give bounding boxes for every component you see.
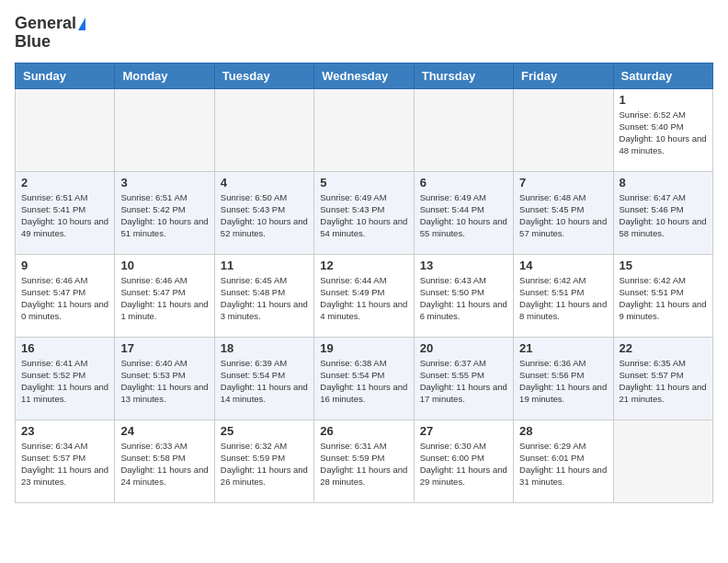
day-info: Sunrise: 6:39 AM Sunset: 5:54 PM Dayligh… bbox=[221, 357, 308, 406]
day-info: Sunrise: 6:51 AM Sunset: 5:42 PM Dayligh… bbox=[120, 191, 208, 240]
calendar-day-cell: 3Sunrise: 6:51 AM Sunset: 5:42 PM Daylig… bbox=[115, 171, 214, 254]
day-info: Sunrise: 6:36 AM Sunset: 5:56 PM Dayligh… bbox=[519, 357, 607, 406]
day-number: 22 bbox=[620, 341, 707, 355]
calendar-day-cell bbox=[514, 88, 613, 171]
day-number: 24 bbox=[120, 424, 208, 438]
day-number: 8 bbox=[620, 176, 707, 190]
calendar-day-cell: 15Sunrise: 6:42 AM Sunset: 5:51 PM Dayli… bbox=[613, 254, 712, 337]
calendar-day-header: Friday bbox=[514, 63, 613, 88]
day-number: 12 bbox=[320, 259, 407, 272]
page-header: General Blue bbox=[15, 15, 713, 52]
day-info: Sunrise: 6:32 AM Sunset: 5:59 PM Dayligh… bbox=[221, 440, 308, 488]
day-number: 25 bbox=[221, 424, 308, 438]
day-number: 3 bbox=[120, 176, 208, 190]
calendar-day-cell: 12Sunrise: 6:44 AM Sunset: 5:49 PM Dayli… bbox=[314, 254, 414, 337]
day-info: Sunrise: 6:45 AM Sunset: 5:48 PM Dayligh… bbox=[221, 274, 308, 323]
calendar-week-row: 23Sunrise: 6:34 AM Sunset: 5:57 PM Dayli… bbox=[16, 419, 713, 502]
calendar-day-cell: 25Sunrise: 6:32 AM Sunset: 5:59 PM Dayli… bbox=[214, 419, 313, 502]
day-info: Sunrise: 6:44 AM Sunset: 5:49 PM Dayligh… bbox=[320, 274, 407, 323]
calendar-day-cell: 26Sunrise: 6:31 AM Sunset: 5:59 PM Dayli… bbox=[314, 419, 414, 502]
day-number: 9 bbox=[21, 259, 108, 272]
logo-text-general: General bbox=[15, 15, 76, 33]
calendar-day-cell: 6Sunrise: 6:49 AM Sunset: 5:44 PM Daylig… bbox=[414, 171, 513, 254]
calendar-day-cell bbox=[613, 419, 712, 502]
day-number: 15 bbox=[620, 259, 707, 272]
day-number: 10 bbox=[120, 259, 208, 272]
day-number: 27 bbox=[420, 424, 507, 438]
day-number: 19 bbox=[320, 341, 407, 355]
day-info: Sunrise: 6:42 AM Sunset: 5:51 PM Dayligh… bbox=[620, 274, 707, 323]
day-info: Sunrise: 6:38 AM Sunset: 5:54 PM Dayligh… bbox=[320, 357, 407, 406]
day-number: 1 bbox=[620, 93, 707, 107]
day-info: Sunrise: 6:33 AM Sunset: 5:58 PM Dayligh… bbox=[120, 440, 208, 488]
day-info: Sunrise: 6:37 AM Sunset: 5:55 PM Dayligh… bbox=[420, 357, 507, 406]
day-info: Sunrise: 6:46 AM Sunset: 5:47 PM Dayligh… bbox=[21, 274, 108, 323]
day-number: 20 bbox=[420, 341, 507, 355]
calendar-day-header: Wednesday bbox=[314, 63, 414, 88]
day-info: Sunrise: 6:29 AM Sunset: 6:01 PM Dayligh… bbox=[519, 440, 607, 488]
calendar-day-cell: 18Sunrise: 6:39 AM Sunset: 5:54 PM Dayli… bbox=[214, 337, 313, 419]
day-info: Sunrise: 6:46 AM Sunset: 5:47 PM Dayligh… bbox=[120, 274, 208, 323]
calendar-day-cell: 24Sunrise: 6:33 AM Sunset: 5:58 PM Dayli… bbox=[115, 419, 214, 502]
calendar-header-row: SundayMondayTuesdayWednesdayThursdayFrid… bbox=[16, 63, 713, 88]
calendar-day-cell: 28Sunrise: 6:29 AM Sunset: 6:01 PM Dayli… bbox=[514, 419, 613, 502]
day-number: 16 bbox=[21, 341, 108, 355]
day-number: 17 bbox=[120, 341, 208, 355]
day-number: 11 bbox=[221, 259, 308, 272]
day-number: 5 bbox=[320, 176, 407, 190]
day-info: Sunrise: 6:31 AM Sunset: 5:59 PM Dayligh… bbox=[320, 440, 407, 488]
calendar-table: SundayMondayTuesdayWednesdayThursdayFrid… bbox=[15, 63, 713, 503]
day-number: 18 bbox=[221, 341, 308, 355]
logo-text-blue: Blue bbox=[15, 33, 51, 52]
calendar-week-row: 2Sunrise: 6:51 AM Sunset: 5:41 PM Daylig… bbox=[16, 171, 713, 254]
day-number: 2 bbox=[21, 176, 108, 190]
day-number: 4 bbox=[221, 176, 308, 190]
calendar-day-header: Tuesday bbox=[214, 63, 313, 88]
day-number: 28 bbox=[519, 424, 607, 438]
calendar-day-cell: 11Sunrise: 6:45 AM Sunset: 5:48 PM Dayli… bbox=[214, 254, 313, 337]
calendar-day-header: Thursday bbox=[414, 63, 513, 88]
day-info: Sunrise: 6:41 AM Sunset: 5:52 PM Dayligh… bbox=[21, 357, 108, 406]
day-info: Sunrise: 6:51 AM Sunset: 5:41 PM Dayligh… bbox=[21, 191, 108, 240]
calendar-day-cell bbox=[314, 88, 414, 171]
calendar-day-header: Sunday bbox=[16, 63, 115, 88]
calendar-day-cell: 20Sunrise: 6:37 AM Sunset: 5:55 PM Dayli… bbox=[414, 337, 513, 419]
calendar-week-row: 1Sunrise: 6:52 AM Sunset: 5:40 PM Daylig… bbox=[16, 88, 713, 171]
calendar-day-cell: 23Sunrise: 6:34 AM Sunset: 5:57 PM Dayli… bbox=[16, 419, 115, 502]
calendar-week-row: 16Sunrise: 6:41 AM Sunset: 5:52 PM Dayli… bbox=[16, 337, 713, 419]
calendar-day-cell bbox=[16, 88, 115, 171]
logo-triangle-icon bbox=[78, 17, 85, 30]
day-number: 6 bbox=[420, 176, 507, 190]
day-info: Sunrise: 6:52 AM Sunset: 5:40 PM Dayligh… bbox=[620, 109, 707, 157]
calendar-day-cell: 7Sunrise: 6:48 AM Sunset: 5:45 PM Daylig… bbox=[514, 171, 613, 254]
calendar-day-cell: 21Sunrise: 6:36 AM Sunset: 5:56 PM Dayli… bbox=[514, 337, 613, 419]
day-info: Sunrise: 6:34 AM Sunset: 5:57 PM Dayligh… bbox=[21, 440, 108, 488]
calendar-day-cell: 9Sunrise: 6:46 AM Sunset: 5:47 PM Daylig… bbox=[16, 254, 115, 337]
calendar-day-cell: 17Sunrise: 6:40 AM Sunset: 5:53 PM Dayli… bbox=[115, 337, 214, 419]
day-number: 23 bbox=[21, 424, 108, 438]
calendar-day-cell: 2Sunrise: 6:51 AM Sunset: 5:41 PM Daylig… bbox=[16, 171, 115, 254]
day-info: Sunrise: 6:35 AM Sunset: 5:57 PM Dayligh… bbox=[620, 357, 707, 406]
day-info: Sunrise: 6:42 AM Sunset: 5:51 PM Dayligh… bbox=[519, 274, 607, 323]
day-info: Sunrise: 6:43 AM Sunset: 5:50 PM Dayligh… bbox=[420, 274, 507, 323]
calendar-day-header: Saturday bbox=[613, 63, 712, 88]
calendar-day-cell bbox=[414, 88, 513, 171]
calendar-day-cell bbox=[115, 88, 214, 171]
calendar-day-cell: 8Sunrise: 6:47 AM Sunset: 5:46 PM Daylig… bbox=[613, 171, 712, 254]
calendar-day-cell: 16Sunrise: 6:41 AM Sunset: 5:52 PM Dayli… bbox=[16, 337, 115, 419]
logo: General Blue bbox=[15, 15, 85, 52]
day-info: Sunrise: 6:49 AM Sunset: 5:44 PM Dayligh… bbox=[420, 191, 507, 240]
calendar-day-cell: 5Sunrise: 6:49 AM Sunset: 5:43 PM Daylig… bbox=[314, 171, 414, 254]
day-info: Sunrise: 6:48 AM Sunset: 5:45 PM Dayligh… bbox=[519, 191, 607, 240]
day-number: 26 bbox=[320, 424, 407, 438]
calendar-day-cell: 22Sunrise: 6:35 AM Sunset: 5:57 PM Dayli… bbox=[613, 337, 712, 419]
calendar-day-cell: 4Sunrise: 6:50 AM Sunset: 5:43 PM Daylig… bbox=[214, 171, 313, 254]
day-info: Sunrise: 6:30 AM Sunset: 6:00 PM Dayligh… bbox=[420, 440, 507, 488]
day-info: Sunrise: 6:40 AM Sunset: 5:53 PM Dayligh… bbox=[120, 357, 208, 406]
day-number: 13 bbox=[420, 259, 507, 272]
day-info: Sunrise: 6:47 AM Sunset: 5:46 PM Dayligh… bbox=[620, 191, 707, 240]
calendar-day-cell: 27Sunrise: 6:30 AM Sunset: 6:00 PM Dayli… bbox=[414, 419, 513, 502]
calendar-day-cell: 19Sunrise: 6:38 AM Sunset: 5:54 PM Dayli… bbox=[314, 337, 414, 419]
day-number: 14 bbox=[519, 259, 607, 272]
day-info: Sunrise: 6:50 AM Sunset: 5:43 PM Dayligh… bbox=[221, 191, 308, 240]
